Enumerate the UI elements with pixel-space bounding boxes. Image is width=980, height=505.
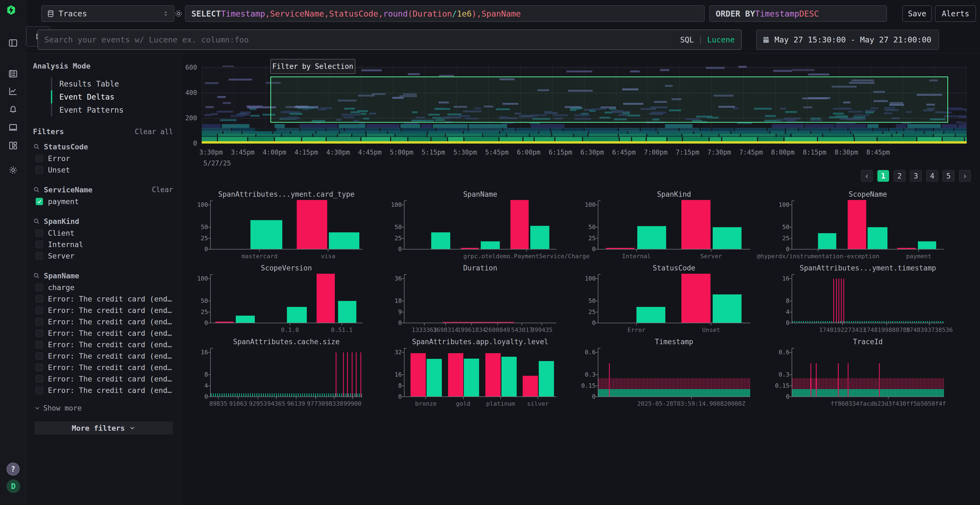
sidebar-toggle-icon[interactable] (6, 37, 20, 49)
checkbox-unchecked[interactable] (36, 252, 43, 260)
page-button[interactable]: 1 (877, 170, 889, 182)
search-logs-icon[interactable] (6, 67, 20, 80)
sessions-monitor-icon[interactable] (6, 121, 20, 134)
filter-option[interactable]: Error: The credit card (end… (33, 362, 173, 373)
filter-option[interactable]: Error: The credit card (end… (33, 316, 173, 327)
checkbox-unchecked[interactable] (36, 387, 43, 394)
heat-cell (275, 137, 301, 141)
filter-option[interactable]: payment (33, 195, 173, 207)
delta-chart-plot[interactable]: 10050250mastercardvisa (210, 200, 363, 249)
checkbox-unchecked[interactable] (36, 329, 43, 337)
order-by-input[interactable]: ORDER BY Timestamp DESC (710, 5, 887, 22)
heat-cell (773, 70, 792, 72)
hyperdx-logo-icon[interactable] (6, 5, 20, 19)
sql-select-input[interactable]: SELECT Timestamp,ServiceName,StatusCode,… (185, 5, 705, 22)
prev-page-button[interactable]: ‹ (861, 170, 873, 182)
heat-cell (316, 131, 338, 134)
filter-option[interactable]: Error: The credit card (end… (33, 373, 173, 384)
y-axis-tick (789, 397, 792, 397)
delta-chart-plot[interactable]: 3618901333363169831419961834260084954301… (404, 274, 557, 323)
help-button[interactable]: ? (6, 462, 20, 476)
filter-option[interactable]: Error (33, 152, 173, 164)
filter-option[interactable]: Internal (33, 239, 173, 250)
alerts-button[interactable]: Alerts (935, 5, 976, 22)
checkbox-unchecked[interactable] (36, 284, 43, 291)
page-button[interactable]: 4 (926, 170, 938, 182)
date-range-picker[interactable]: May 27 15:30:00 - May 27 21:00:00 (756, 30, 939, 50)
delta-chart-plot[interactable]: 100502500.1.00.51.1 (210, 274, 363, 323)
heat-cell (659, 131, 693, 134)
heat-cell (500, 131, 538, 134)
checkbox-unchecked[interactable] (36, 241, 43, 248)
filter-by-selection-tooltip[interactable]: Filter by Selection (270, 59, 355, 74)
filter-group-name: SpanKind (44, 217, 79, 226)
lucene-toggle[interactable]: Lucene (707, 35, 735, 44)
filter-option[interactable]: Client (33, 227, 173, 239)
x-axis-tick-label: 1698314 (433, 327, 458, 333)
filter-option[interactable]: Server (33, 250, 173, 262)
time-selection-box[interactable] (270, 76, 948, 123)
delta-chart-plot[interactable]: 10050250@hyperdx/instrumentation-excepti… (792, 200, 944, 249)
checkbox-unchecked[interactable] (36, 295, 43, 303)
page-button[interactable]: 3 (910, 170, 922, 182)
heat-cell (539, 131, 550, 134)
delta-chart: Duration36189013333631698314199618342600… (382, 263, 576, 337)
filter-option[interactable]: Error: The credit card (end… (33, 350, 173, 362)
more-filters-button[interactable]: More filters (35, 421, 173, 435)
filter-group-clear-link[interactable]: Clear (152, 186, 173, 194)
filter-group-header: StatusCode (33, 141, 173, 152)
analysis-mode-item[interactable]: Event Patterns (51, 103, 173, 116)
sql-toggle[interactable]: SQL (680, 35, 694, 44)
clear-all-filters-link[interactable]: Clear all (135, 128, 173, 136)
checkbox-unchecked[interactable] (36, 155, 43, 162)
dashboards-grid-icon[interactable] (6, 139, 20, 152)
x-axis-tick-label: 2600849 (485, 327, 510, 333)
filter-option[interactable]: Unset (33, 164, 173, 176)
page-button[interactable]: 5 (943, 170, 955, 182)
filter-option[interactable]: Error: The credit card (end… (33, 293, 173, 305)
checkbox-unchecked[interactable] (36, 229, 43, 237)
settings-gear-icon[interactable] (6, 164, 20, 176)
outlier-spike (336, 353, 336, 397)
delta-chart-plot[interactable]: 10050250ErrorUnset (598, 274, 750, 323)
chart-explorer-icon[interactable] (6, 85, 20, 98)
source-select[interactable]: Traces (41, 5, 174, 22)
delta-chart-plot[interactable]: 0.60.30.150ff860334facdb23d3f430ff5b5050… (792, 348, 944, 397)
next-page-button[interactable]: › (959, 170, 971, 182)
save-button[interactable]: Save (902, 5, 932, 22)
source-settings-gear-icon[interactable] (173, 8, 185, 20)
analysis-mode-item[interactable]: Event Deltas (51, 91, 173, 103)
checkbox-unchecked[interactable] (36, 353, 43, 360)
checkbox-unchecked[interactable] (36, 306, 43, 314)
delta-chart-plot[interactable]: 321680bronzegoldplatinumsilver (404, 348, 557, 397)
delta-chart-plot[interactable]: 1684089835910639295394365961399773098338… (210, 348, 363, 397)
delta-chart-title: SpanAttributes.cache.size (210, 338, 363, 346)
alerts-bell-icon[interactable] (6, 103, 20, 116)
heat-cell (202, 134, 217, 137)
filter-option[interactable]: charge (33, 282, 173, 293)
filter-option[interactable]: Error: The credit card (end… (33, 305, 173, 316)
checkbox-checked[interactable] (36, 198, 43, 205)
x-axis-tick-label: 5:30pm (453, 149, 477, 156)
y-axis-tick (789, 352, 792, 353)
x-axis-tick (918, 249, 919, 252)
delta-chart-plot[interactable]: 10050250InternalServer (598, 200, 750, 249)
filter-option[interactable]: Error: The credit card (end… (33, 339, 173, 350)
search-input[interactable] (45, 35, 680, 44)
y-axis-tick-label: 50 (201, 224, 208, 230)
delta-chart-plot[interactable]: 0.60.30.1502025-05-28T03:59:14.900820000… (598, 348, 750, 397)
heatmap-plot-area[interactable] (202, 65, 967, 144)
user-avatar[interactable]: D (6, 480, 20, 493)
filter-option[interactable]: Error: The credit card (end… (33, 384, 173, 396)
page-button[interactable]: 2 (894, 170, 905, 182)
delta-chart-plot[interactable]: 1684017481922734331748199880789174839373… (792, 274, 944, 323)
checkbox-unchecked[interactable] (36, 166, 43, 173)
checkbox-unchecked[interactable] (36, 364, 43, 371)
show-more-link[interactable]: Show more (34, 404, 173, 412)
checkbox-unchecked[interactable] (36, 318, 43, 326)
filter-option[interactable]: Error: The credit card (end… (33, 327, 173, 339)
analysis-mode-item[interactable]: Results Table (51, 77, 173, 91)
delta-chart-plot[interactable]: 10050250grpc.oteldemo.PaymentService/Cha… (404, 200, 557, 249)
checkbox-unchecked[interactable] (36, 375, 43, 383)
checkbox-unchecked[interactable] (36, 341, 43, 348)
